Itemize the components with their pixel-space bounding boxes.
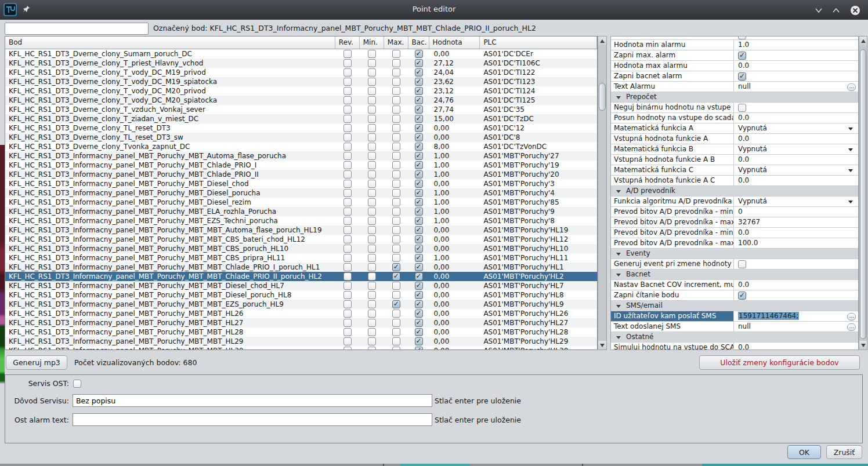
table-row[interactable]: KFL_HC_RS1_DT3_Informacny_panel_MBT_Poru… [5, 207, 597, 216]
max-checkbox[interactable] [392, 347, 400, 350]
column-header-bac[interactable]: Bac. [408, 37, 429, 49]
table-row[interactable]: KFL_HC_RS1_DT3_Informacny_panel_MBT_Poru… [5, 216, 597, 225]
property-value[interactable]: 0.0 [734, 176, 858, 185]
min-checkbox[interactable] [368, 198, 376, 206]
property-row[interactable]: Generuj event pri zmene hodnoty [611, 259, 858, 270]
min-checkbox[interactable] [368, 226, 376, 234]
bac-checkbox[interactable] [415, 226, 423, 234]
property-row[interactable]: Zapni max. alarm [611, 50, 858, 61]
rev-checkbox[interactable] [343, 300, 352, 308]
property-value[interactable]: 1.0 [734, 40, 858, 50]
prop-scroll-up-icon[interactable] [859, 37, 867, 45]
scroll-up-icon[interactable] [598, 37, 606, 45]
max-checkbox[interactable] [392, 282, 400, 290]
max-checkbox[interactable] [392, 161, 400, 169]
table-row[interactable]: KFL_HC_RS1_DT3_Informacny_panel_MBT_Poru… [5, 244, 597, 253]
rev-checkbox[interactable] [343, 189, 352, 197]
property-value[interactable]: null [734, 322, 858, 332]
dropdown-arrow-icon[interactable] [848, 148, 853, 151]
table-row[interactable]: KFL_HC_RS1_DT3_Informacny_panel_MBT_Poru… [5, 179, 597, 188]
bac-checkbox[interactable] [415, 272, 423, 281]
rev-checkbox[interactable] [343, 180, 352, 188]
property-value[interactable]: 0.0 [734, 155, 858, 165]
column-header-plc[interactable]: PLC [480, 37, 597, 49]
property-value[interactable]: 0.0 [734, 228, 858, 238]
property-row[interactable]: ID užítateľov kam poslať SMS159171146746… [611, 311, 858, 322]
property-row[interactable]: Matematická funkcia CVypnutá [611, 165, 858, 176]
rev-checkbox[interactable] [343, 282, 352, 290]
property-row[interactable]: Neguj binárnu hodnotu na vstupe do [611, 103, 858, 113]
property-scrollbar-thumb[interactable] [860, 49, 866, 339]
bac-checkbox[interactable] [415, 291, 423, 299]
min-checkbox[interactable] [368, 263, 376, 271]
table-row[interactable]: KFL_HC_RS1_DT3_Informacny_panel_MBT_Poru… [5, 235, 597, 244]
property-value[interactable]: 0.0 [734, 343, 858, 350]
bac-checkbox[interactable] [415, 217, 423, 225]
min-checkbox[interactable] [368, 105, 376, 114]
min-checkbox[interactable] [368, 254, 376, 262]
max-checkbox[interactable] [392, 235, 400, 243]
table-row[interactable]: KFL_HC_RS1_DT3_Informacny_panel_MBT_Poru… [5, 188, 597, 198]
property-row[interactable]: Zapni čítanie bodu [611, 290, 858, 301]
min-checkbox[interactable] [368, 282, 376, 290]
ok-button[interactable]: OK [787, 445, 821, 459]
max-checkbox[interactable] [392, 105, 400, 114]
bac-checkbox[interactable] [415, 68, 423, 77]
cancel-button[interactable]: Zrušiť [826, 445, 862, 459]
bac-checkbox[interactable] [415, 328, 423, 336]
table-row[interactable]: KFL_HC_RS1_DT3_Informacny_panel_MBT_Poru… [5, 263, 597, 272]
rev-checkbox[interactable] [343, 50, 352, 58]
min-checkbox[interactable] [368, 59, 376, 67]
property-row[interactable]: Vstupná hodnota funkcie A C0.0 [611, 176, 858, 186]
property-section-adprevodnk[interactable]: A/D prevodník [611, 186, 858, 196]
bac-checkbox[interactable] [415, 282, 423, 290]
max-checkbox[interactable] [392, 115, 400, 123]
max-checkbox[interactable] [392, 50, 400, 58]
property-row[interactable]: Vstupná hodnota funkcie A B0.0 [611, 155, 858, 165]
max-checkbox[interactable] [392, 124, 400, 132]
table-row[interactable]: KFL_HC_RS1_DT3_Informacny_panel_MBT_Poru… [5, 272, 597, 281]
rev-checkbox[interactable] [343, 96, 352, 104]
property-row[interactable]: Posun hodnoty na vstupe do scada s0.0 [611, 113, 858, 123]
table-row[interactable]: KFL_HC_RS1_DT3_Dverne_clony_T_vody_DC_M1… [5, 68, 597, 77]
property-row[interactable]: Text odoslanej SMSnull [611, 322, 858, 332]
bac-checkbox[interactable] [415, 189, 423, 197]
rev-checkbox[interactable] [343, 207, 352, 216]
min-checkbox[interactable] [368, 319, 376, 327]
column-header-rev[interactable]: Rev. [335, 37, 360, 49]
rev-checkbox[interactable] [343, 272, 352, 281]
min-checkbox[interactable] [368, 291, 376, 299]
rev-checkbox[interactable] [343, 59, 352, 67]
max-checkbox[interactable] [392, 226, 400, 234]
min-checkbox[interactable] [368, 152, 376, 160]
min-checkbox[interactable] [368, 78, 376, 86]
max-checkbox[interactable] [392, 68, 400, 77]
table-row[interactable]: KFL_HC_RS1_DT3_Informacny_panel_MBT_Poru… [5, 346, 597, 350]
bac-checkbox[interactable] [415, 310, 423, 318]
min-checkbox[interactable] [368, 328, 376, 336]
table-row[interactable]: KFL_HC_RS1_DT3_Informacny_panel_MBT_Poru… [5, 309, 597, 318]
table-row[interactable]: KFL_HC_RS1_DT3_Informacny_panel_MBT_Poru… [5, 161, 597, 170]
min-checkbox[interactable] [368, 347, 376, 350]
bac-checkbox[interactable] [415, 105, 423, 114]
max-checkbox[interactable] [392, 263, 400, 271]
table-row[interactable]: KFL_HC_RS1_DT3_Dverne_clony_T_vody_DC_M1… [5, 77, 597, 86]
rev-checkbox[interactable] [343, 310, 352, 318]
property-value[interactable]: 100.0 [734, 238, 858, 248]
max-checkbox[interactable] [392, 59, 400, 67]
table-row[interactable]: KFL_HC_RS1_DT3_Informacny_panel_MBT_Poru… [5, 337, 597, 346]
max-checkbox[interactable] [392, 310, 400, 318]
max-checkbox[interactable] [392, 152, 400, 160]
dovod-servisu-input[interactable] [73, 394, 432, 407]
max-checkbox[interactable] [392, 198, 400, 206]
property-row[interactable]: Matematická funkcia AVypnutá [611, 123, 858, 134]
property-checkbox[interactable] [738, 52, 746, 60]
property-row[interactable]: Hodnota min alarmu1.0 [611, 40, 858, 50]
table-row[interactable]: KFL_HC_RS1_DT3_Informacny_panel_MBT_Poru… [5, 318, 597, 327]
bac-checkbox[interactable] [415, 152, 423, 160]
rev-checkbox[interactable] [343, 263, 352, 271]
min-checkbox[interactable] [368, 133, 376, 141]
min-checkbox[interactable] [368, 235, 376, 243]
search-input[interactable] [5, 23, 149, 35]
property-row[interactable]: Funkcia algoritmu A/D prevodníkaVypnutá [611, 196, 858, 207]
